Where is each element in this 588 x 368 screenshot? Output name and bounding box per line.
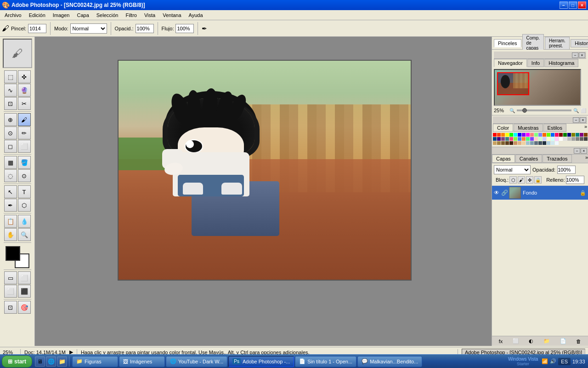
- layers-tab-capas[interactable]: Capas: [492, 155, 515, 163]
- brush-size-input[interactable]: [28, 24, 46, 33]
- move-tool[interactable]: ✜: [18, 70, 31, 83]
- nav-tab-info[interactable]: Info: [527, 59, 544, 67]
- color-swatch[interactable]: [547, 141, 550, 145]
- foreground-color[interactable]: [6, 246, 20, 261]
- ql-ie[interactable]: 🌐: [46, 356, 56, 367]
- image-ready-btn[interactable]: 🎯: [18, 301, 31, 314]
- lock-position-btn[interactable]: ✜: [526, 176, 533, 184]
- color-swatch[interactable]: [543, 133, 546, 137]
- close-button[interactable]: ×: [578, 1, 586, 9]
- language-indicator[interactable]: ES: [558, 358, 571, 365]
- color-swatch[interactable]: [563, 133, 567, 137]
- historia-tab[interactable]: Historia: [571, 39, 588, 47]
- color-swatch[interactable]: [501, 141, 505, 145]
- color-swatch[interactable]: [505, 133, 509, 137]
- color-swatch[interactable]: [505, 141, 509, 145]
- ql-folder[interactable]: 📁: [57, 356, 67, 367]
- color-swatch[interactable]: [547, 137, 550, 141]
- color-swatch[interactable]: [576, 137, 579, 141]
- color-swatch[interactable]: [518, 137, 521, 141]
- color-swatch[interactable]: [580, 137, 583, 141]
- color-swatch[interactable]: [551, 137, 554, 141]
- color-swatch[interactable]: [571, 133, 575, 137]
- layers-tab-canales[interactable]: Canales: [515, 155, 542, 163]
- full-screen-btn[interactable]: ⬜: [4, 285, 17, 298]
- slice-tool[interactable]: ✂: [18, 97, 31, 110]
- taskbar-sintitulo[interactable]: 📄 Sin título 1 - Open...: [295, 356, 356, 367]
- standard-screen-btn[interactable]: ▭: [4, 271, 17, 284]
- color-swatch[interactable]: [563, 137, 567, 141]
- color-swatch[interactable]: [547, 133, 550, 137]
- color-swatch[interactable]: [555, 133, 559, 137]
- color-swatch[interactable]: [555, 141, 559, 145]
- brush-tool[interactable]: 🖌: [18, 113, 31, 126]
- color-minimize-btn[interactable]: −: [573, 117, 579, 123]
- color-swatch[interactable]: [534, 141, 538, 145]
- color-close-btn[interactable]: ×: [580, 117, 586, 123]
- magic-wand-tool[interactable]: 🔮: [18, 84, 31, 97]
- color-swatch[interactable]: [555, 137, 559, 141]
- color-swatch[interactable]: [567, 133, 571, 137]
- color-swatch[interactable]: [530, 141, 534, 145]
- color-swatch[interactable]: [530, 133, 534, 137]
- opacity-input[interactable]: [136, 24, 154, 33]
- taskbar-photoshop[interactable]: Ps Adobe Photoshop -...: [228, 356, 294, 367]
- color-tab-muestras[interactable]: Muestras: [514, 124, 543, 132]
- shape-tool[interactable]: ⬡: [18, 199, 31, 212]
- herram-tab[interactable]: Herram. preest.: [545, 37, 570, 50]
- layers-opacity-input[interactable]: [557, 166, 576, 174]
- clone-stamp-tool[interactable]: ⊙: [4, 126, 17, 139]
- color-swatch[interactable]: [522, 137, 526, 141]
- color-swatch[interactable]: [497, 141, 501, 145]
- layers-expand-btn[interactable]: »: [585, 155, 588, 163]
- color-swatch[interactable]: [551, 133, 554, 137]
- nav-close-btn[interactable]: ×: [579, 52, 585, 58]
- mode-select[interactable]: Normal Disolver Oscurecer Multiplicar Ac…: [70, 23, 107, 34]
- menu-imagen[interactable]: Imagen: [49, 12, 74, 19]
- color-swatch[interactable]: [551, 141, 554, 145]
- layer-style-btn[interactable]: fx: [497, 338, 505, 345]
- zoom-slider[interactable]: [517, 109, 571, 111]
- taskbar-youtube[interactable]: 🌐 YouTube - Dark W...: [166, 356, 227, 367]
- paint-bucket-tool[interactable]: 🪣: [18, 156, 31, 169]
- menu-edicion[interactable]: Edición: [25, 12, 49, 19]
- color-swatch[interactable]: [501, 133, 505, 137]
- color-swatch[interactable]: [584, 137, 588, 141]
- color-swatch[interactable]: [518, 141, 521, 145]
- healing-brush-tool[interactable]: ⊕: [4, 113, 17, 126]
- color-swatch[interactable]: [522, 141, 526, 145]
- new-layer-btn[interactable]: 📄: [558, 338, 568, 345]
- history-brush-tool[interactable]: ✏: [18, 126, 31, 139]
- quick-mask-btn[interactable]: ⊡: [4, 301, 17, 314]
- color-swatch[interactable]: [509, 141, 513, 145]
- color-swatch[interactable]: [538, 141, 542, 145]
- color-tab-estilos[interactable]: Estilos: [543, 124, 566, 132]
- menu-filtro[interactable]: Filtro: [122, 12, 140, 19]
- lock-image-btn[interactable]: 🖌: [518, 176, 525, 184]
- menu-vista[interactable]: Vista: [141, 12, 159, 19]
- color-swatch[interactable]: [522, 133, 526, 137]
- full-screen-with-menu-btn[interactable]: ⬜: [18, 271, 31, 284]
- taskbar-imagenes[interactable]: 🖼 Imágenes: [119, 356, 165, 367]
- pen-tool[interactable]: ✒: [4, 199, 17, 212]
- color-swatch[interactable]: [538, 133, 542, 137]
- layer-mask-btn[interactable]: ⬜: [511, 338, 521, 345]
- delete-layer-btn[interactable]: 🗑: [574, 338, 583, 345]
- color-swatch[interactable]: [576, 133, 579, 137]
- color-swatch[interactable]: [497, 137, 501, 141]
- layers-minimize-btn[interactable]: −: [574, 148, 580, 154]
- color-swatch[interactable]: [509, 137, 513, 141]
- dodge-tool[interactable]: ⊙: [18, 169, 31, 182]
- color-swatch[interactable]: [567, 137, 571, 141]
- layers-close-btn[interactable]: ×: [581, 148, 587, 154]
- lock-all-btn[interactable]: 🔒: [534, 176, 542, 184]
- color-swatch[interactable]: [514, 133, 517, 137]
- color-swatch[interactable]: [526, 141, 530, 145]
- color-swatch[interactable]: [493, 141, 497, 145]
- minimize-button[interactable]: −: [560, 1, 568, 9]
- color-swatch[interactable]: [518, 133, 521, 137]
- menu-seleccion[interactable]: Selección: [93, 12, 122, 19]
- color-swatch[interactable]: [526, 133, 530, 137]
- color-swatch[interactable]: [514, 137, 517, 141]
- marquee-tool[interactable]: ⬚: [4, 70, 17, 83]
